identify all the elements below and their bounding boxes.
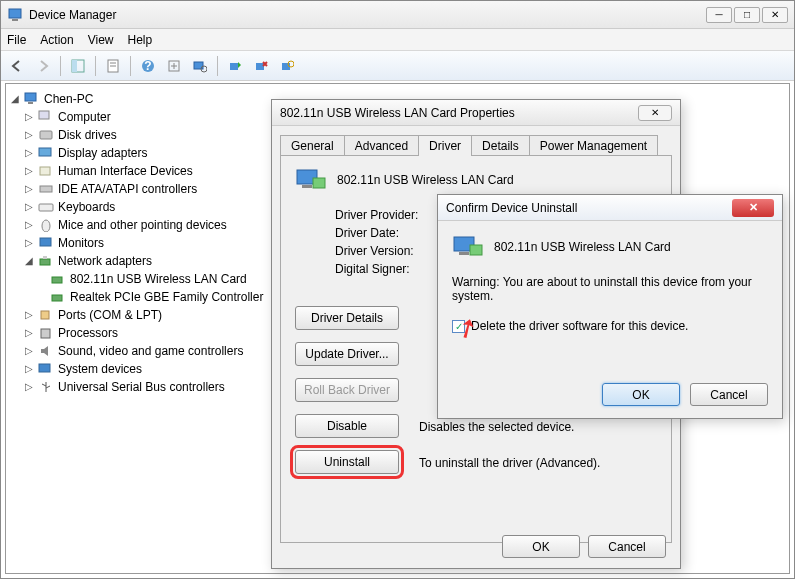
update-driver-button[interactable]: Update Driver... (295, 342, 399, 366)
annotation-arrow-icon: ➚ (450, 310, 485, 348)
disk-icon (38, 128, 54, 142)
svg-rect-27 (43, 256, 47, 259)
expand-icon[interactable]: ▷ (24, 216, 34, 234)
expand-icon[interactable]: ▷ (24, 324, 34, 342)
system-icon (38, 362, 54, 376)
svg-rect-17 (28, 102, 33, 104)
network-adapter-icon (50, 290, 66, 304)
menu-view[interactable]: View (88, 33, 114, 47)
properties-ok-button[interactable]: OK (502, 535, 580, 558)
show-hide-tree-button[interactable] (66, 54, 90, 78)
expand-icon[interactable]: ▷ (24, 144, 34, 162)
toolbar: ? (1, 51, 794, 81)
expand-icon[interactable]: ▷ (24, 162, 34, 180)
menu-action[interactable]: Action (40, 33, 73, 47)
svg-rect-31 (41, 329, 50, 338)
menubar: File Action View Help (1, 29, 794, 51)
confirm-uninstall-dialog: Confirm Device Uninstall ✕ 802.11n USB W… (437, 194, 783, 419)
network-adapter-icon (50, 272, 66, 286)
confirm-title: Confirm Device Uninstall (446, 201, 732, 215)
tab-driver[interactable]: Driver (418, 135, 472, 156)
expand-icon[interactable]: ▷ (24, 342, 34, 360)
svg-rect-20 (39, 148, 51, 156)
menu-help[interactable]: Help (128, 33, 153, 47)
monitor-icon (38, 236, 54, 250)
svg-rect-23 (39, 204, 53, 211)
svg-rect-13 (256, 63, 264, 70)
expand-icon[interactable]: ▷ (24, 234, 34, 252)
svg-rect-0 (9, 9, 21, 18)
tab-general[interactable]: General (280, 135, 345, 156)
svg-rect-25 (40, 238, 51, 246)
svg-rect-3 (72, 60, 77, 72)
device-icon (452, 233, 484, 261)
mouse-icon (38, 218, 54, 232)
disable-button-toolbar[interactable] (275, 54, 299, 78)
forward-button[interactable] (31, 54, 55, 78)
roll-back-driver-button: Roll Back Driver (295, 378, 399, 402)
action-button[interactable] (162, 54, 186, 78)
window-title: Device Manager (29, 8, 706, 22)
properties-title: 802.11n USB Wireless LAN Card Properties (280, 106, 638, 120)
svg-rect-28 (52, 277, 62, 283)
driver-details-button[interactable]: Driver Details (295, 306, 399, 330)
uninstall-button-toolbar[interactable] (249, 54, 273, 78)
port-icon (38, 308, 54, 322)
svg-rect-12 (230, 63, 238, 70)
properties-cancel-button[interactable]: Cancel (588, 535, 666, 558)
svg-text:?: ? (144, 59, 151, 73)
maximize-button[interactable]: □ (734, 7, 760, 23)
confirm-close-button[interactable]: ✕ (732, 199, 774, 217)
svg-rect-18 (39, 111, 49, 119)
svg-rect-21 (40, 167, 50, 175)
scan-button[interactable] (188, 54, 212, 78)
svg-rect-37 (459, 252, 469, 255)
display-icon (38, 146, 54, 160)
uninstall-description: To uninstall the driver (Advanced). (419, 456, 649, 470)
close-button[interactable]: ✕ (762, 7, 788, 23)
expand-icon[interactable]: ▷ (24, 198, 34, 216)
collapse-icon[interactable]: ◢ (24, 252, 34, 270)
minimize-button[interactable]: ─ (706, 7, 732, 23)
cpu-icon (38, 326, 54, 340)
expand-icon[interactable]: ▷ (24, 306, 34, 324)
computer-category-icon (38, 110, 54, 124)
svg-rect-30 (41, 311, 49, 319)
usb-icon (38, 380, 54, 394)
confirm-device-name: 802.11n USB Wireless LAN Card (494, 240, 671, 254)
confirm-cancel-button[interactable]: Cancel (690, 383, 768, 406)
expand-icon[interactable]: ▷ (24, 108, 34, 126)
tab-advanced[interactable]: Advanced (344, 135, 419, 156)
delete-driver-label: Delete the driver software for this devi… (471, 319, 688, 333)
svg-rect-32 (39, 364, 50, 372)
device-name: 802.11n USB Wireless LAN Card (337, 173, 514, 187)
svg-rect-16 (25, 93, 36, 101)
svg-rect-22 (40, 186, 52, 192)
properties-titlebar: 802.11n USB Wireless LAN Card Properties… (272, 100, 680, 126)
svg-rect-29 (52, 295, 62, 301)
tree-root-label: Chen-PC (44, 90, 93, 108)
expand-icon[interactable]: ▷ (24, 360, 34, 378)
uninstall-button[interactable]: Uninstall (295, 450, 399, 474)
help-button[interactable]: ? (136, 54, 160, 78)
properties-tabs: General Advanced Driver Details Power Ma… (280, 134, 672, 155)
back-button[interactable] (5, 54, 29, 78)
svg-rect-38 (470, 245, 482, 255)
disable-button[interactable]: Disable (295, 414, 399, 438)
svg-rect-35 (313, 178, 325, 188)
disable-description: Disables the selected device. (419, 420, 649, 434)
expand-icon[interactable]: ▷ (24, 126, 34, 144)
tab-power-management[interactable]: Power Management (529, 135, 658, 156)
menu-file[interactable]: File (7, 33, 26, 47)
device-icon (295, 166, 327, 194)
properties-close-button[interactable]: ✕ (638, 105, 672, 121)
tab-details[interactable]: Details (471, 135, 530, 156)
expand-icon[interactable]: ▷ (24, 378, 34, 396)
svg-point-24 (42, 220, 50, 232)
expand-icon[interactable]: ▷ (24, 180, 34, 198)
collapse-icon[interactable]: ◢ (10, 90, 20, 108)
properties-button[interactable] (101, 54, 125, 78)
update-driver-button[interactable] (223, 54, 247, 78)
computer-icon (24, 92, 40, 106)
confirm-ok-button[interactable]: OK (602, 383, 680, 406)
